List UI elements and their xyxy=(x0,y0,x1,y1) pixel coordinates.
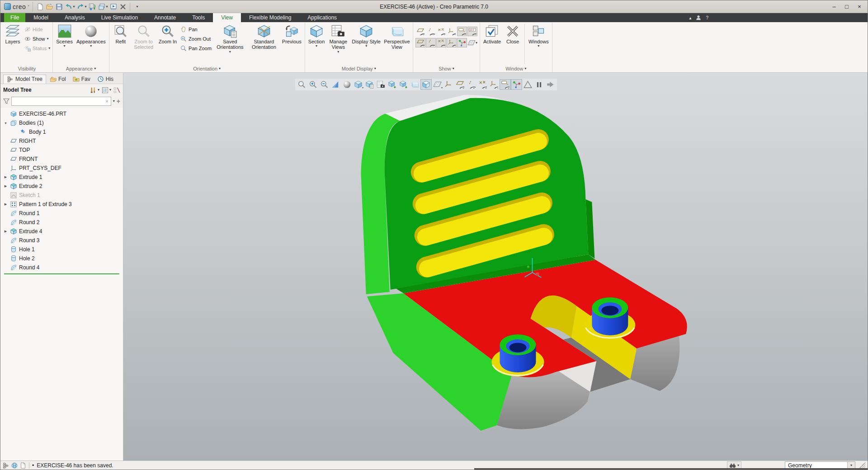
pan-button[interactable]: Pan xyxy=(180,26,212,33)
tab-analysis[interactable]: Analysis xyxy=(57,13,93,22)
add-filter-icon[interactable]: + xyxy=(117,98,120,105)
csys-display-icon[interactable] xyxy=(488,79,500,90)
exit-toolbar-icon[interactable] xyxy=(545,79,556,90)
help-icon[interactable]: ? xyxy=(706,15,708,20)
tree-item-front[interactable]: FRONT xyxy=(0,155,123,164)
refit-icon[interactable] xyxy=(296,79,307,90)
refit-button[interactable]: Refit xyxy=(111,23,131,44)
tree-item-round2[interactable]: Round 2 xyxy=(0,218,123,227)
toggle-model-tree-button[interactable] xyxy=(3,462,9,469)
expander-icon[interactable]: ▶ xyxy=(3,230,8,233)
tree-item-bodies[interactable]: ▼Bodies (1) xyxy=(0,118,123,127)
model-tree-filter-input[interactable] xyxy=(13,98,104,105)
close-window-button[interactable] xyxy=(118,2,127,12)
tree-item-right[interactable]: RIGHT xyxy=(0,136,123,146)
expander-icon[interactable]: ▶ xyxy=(3,184,8,188)
user-icon[interactable] xyxy=(696,15,701,20)
chevron-down-icon[interactable]: ▾ xyxy=(85,5,86,9)
perspective-view-button[interactable]: Perspective View xyxy=(382,23,411,50)
tree-item-extrude1[interactable]: ▶Extrude 1 xyxy=(0,173,123,182)
tree-item-round4[interactable]: Round 4 xyxy=(0,263,123,272)
maximize-button[interactable]: □ xyxy=(840,2,853,12)
tab-live-simulation[interactable]: Live Simulation xyxy=(93,13,146,22)
tab-view[interactable]: View xyxy=(213,13,241,22)
datum-display-filters-icon[interactable]: ▾ xyxy=(432,79,443,90)
layers-button[interactable]: Layers xyxy=(3,23,23,44)
close-window-ribbon-button[interactable]: Close xyxy=(503,23,523,44)
axis-display-icon[interactable] xyxy=(466,79,477,90)
filter-dropdown-icon[interactable]: ▾ xyxy=(113,99,115,103)
point-display-toggle[interactable] xyxy=(436,27,446,36)
repaint-icon[interactable] xyxy=(330,79,341,90)
tree-item-hole2[interactable]: Hole 2 xyxy=(0,254,123,263)
tree-item-round3[interactable]: Round 3 xyxy=(0,236,123,245)
section-button[interactable]: Section▾ xyxy=(307,23,327,48)
funnel-icon[interactable] xyxy=(3,98,9,104)
windows-button[interactable]: Windows▾ xyxy=(527,23,551,48)
expander-icon[interactable]: ▶ xyxy=(3,202,8,206)
activate-button[interactable]: Activate xyxy=(481,23,503,44)
csys-tag-toggle[interactable] xyxy=(447,38,457,47)
web-browser-button[interactable] xyxy=(11,462,18,469)
show-button[interactable]: Show▾ xyxy=(24,35,50,42)
windows-stack-button[interactable]: ▾ xyxy=(97,2,108,12)
tree-item-extrude2[interactable]: ▶Extrude 2 xyxy=(0,182,123,191)
expander-icon[interactable]: ▶ xyxy=(3,175,8,179)
tree-item-hole1[interactable]: Hole 1 xyxy=(0,245,123,254)
model-player-button[interactable] xyxy=(109,2,118,12)
tree-item-part[interactable]: EXERCISE-46.PRT xyxy=(0,109,123,118)
zoom-out-button[interactable]: Zoom Out xyxy=(180,35,212,42)
tree-item-extrude4[interactable]: ▶Extrude 4 xyxy=(0,227,123,236)
tree-item-round1[interactable]: Round 1 xyxy=(0,209,123,218)
zoom-in-icon[interactable] xyxy=(307,79,319,90)
undo-button[interactable]: ▾ xyxy=(64,2,75,12)
zoom-in-button[interactable]: Zoom In xyxy=(157,23,179,44)
tab-history[interactable]: His xyxy=(94,75,117,84)
axis-display-toggle[interactable] xyxy=(426,27,436,36)
customize-qat-button[interactable]: ▾ xyxy=(132,2,142,12)
csys-display-toggle[interactable] xyxy=(447,27,457,36)
saved-orientations-button[interactable]: Saved Orientations▾ xyxy=(212,23,248,54)
plane-display-toggle[interactable] xyxy=(415,27,425,36)
annotation-display-toggle[interactable] xyxy=(457,27,467,36)
pause-icon[interactable] xyxy=(533,79,545,90)
appearances-button[interactable]: Appearances▾ xyxy=(75,23,108,48)
redo-button[interactable]: ▾ xyxy=(76,2,87,12)
display-style-icon[interactable]: ▾ xyxy=(353,79,364,90)
point-tag-toggle[interactable] xyxy=(436,38,446,47)
tab-flexible-modeling[interactable]: Flexible Modeling xyxy=(241,13,299,22)
tab-model-tree[interactable]: Model Tree xyxy=(3,75,46,84)
tree-filters-button[interactable]: ▾ xyxy=(102,87,111,94)
saved-orientations-icon[interactable] xyxy=(364,79,375,90)
minimize-button[interactable]: – xyxy=(828,2,840,12)
geometry-check-icon[interactable] xyxy=(522,79,533,90)
perspective-icon[interactable] xyxy=(409,79,420,90)
tree-item-pattern1[interactable]: ▶Pattern 1 of Extrude 3 xyxy=(0,200,123,209)
tab-model[interactable]: Model xyxy=(25,13,57,22)
pan-zoom-button[interactable]: Pan Zoom xyxy=(180,45,212,52)
group-label-show[interactable]: Show▾ xyxy=(415,65,478,72)
tree-item-top[interactable]: TOP xyxy=(0,146,123,155)
blank-page-button[interactable] xyxy=(20,462,26,469)
clear-filter-icon[interactable]: × xyxy=(104,99,109,104)
part-3d-model[interactable] xyxy=(123,73,868,461)
chevron-down-icon[interactable]: ▾ xyxy=(737,464,739,467)
tab-tools[interactable]: Tools xyxy=(184,13,213,22)
named-view-icon[interactable] xyxy=(398,79,409,90)
tab-file[interactable]: File xyxy=(4,13,25,22)
chevron-down-icon[interactable]: ▾ xyxy=(73,5,75,9)
annotation-display-icon[interactable] xyxy=(500,79,511,90)
group-label-model-display[interactable]: Model Display▾ xyxy=(307,65,411,72)
graphics-viewport[interactable]: ▾ ▾ xyxy=(123,73,868,461)
plane-tag-toggle[interactable] xyxy=(415,38,425,47)
tree-item-sketch1[interactable]: Sketch 1 xyxy=(0,191,123,200)
display-style-button[interactable]: Display Style▾ xyxy=(350,23,382,48)
new-button[interactable] xyxy=(36,2,45,12)
plane-display-icon[interactable] xyxy=(454,79,466,90)
resize-grip[interactable] xyxy=(859,462,865,469)
tree-hide-button[interactable] xyxy=(113,87,120,94)
spin-center-toggle[interactable] xyxy=(457,38,467,47)
tab-annotate[interactable]: Annotate xyxy=(146,13,184,22)
view-normal-icon[interactable] xyxy=(387,79,398,90)
filter-input-box[interactable]: × xyxy=(11,97,111,106)
